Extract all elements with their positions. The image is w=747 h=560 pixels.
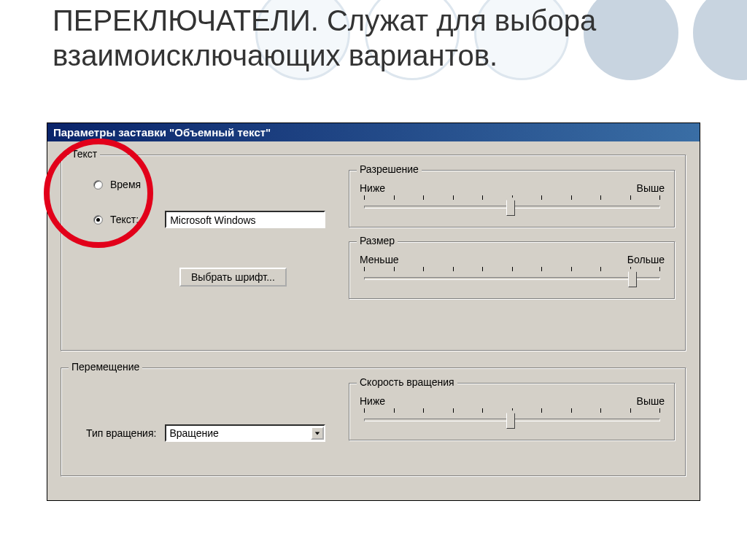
slider-speed: Скорость вращения Ниже Выше [349, 383, 676, 441]
dropdown-arrow-icon[interactable] [311, 427, 324, 440]
slider-resolution-high: Выше [637, 182, 665, 194]
radio-text[interactable] [93, 215, 103, 225]
slider-size-track[interactable] [360, 267, 665, 292]
slider-resolution-legend: Разрешение [357, 163, 422, 175]
rotation-type-select[interactable]: Вращение [165, 424, 325, 442]
slider-resolution-low: Ниже [360, 182, 385, 194]
radio-time[interactable] [93, 180, 103, 190]
choose-font-button[interactable]: Выбрать шрифт... [179, 268, 287, 287]
slider-resolution: Разрешение Ниже Выше [349, 170, 676, 228]
slider-resolution-track[interactable] [360, 195, 665, 220]
groupbox-movement-legend: Перемещение [69, 361, 142, 373]
rotation-type-value: Вращение [169, 427, 218, 439]
slider-size: Размер Меньше Больше [349, 241, 676, 300]
radio-time-label: Время [110, 179, 141, 190]
svg-marker-0 [315, 432, 320, 435]
slider-resolution-thumb[interactable] [506, 200, 515, 216]
slider-size-legend: Размер [357, 235, 398, 246]
dialog-window: Параметры заставки "Объемный текст" Текс… [47, 122, 700, 501]
groupbox-movement: Перемещение Тип вращения: Вращение Скоро… [61, 368, 686, 477]
slider-size-thumb[interactable] [628, 271, 637, 287]
slider-speed-low: Ниже [360, 395, 385, 407]
slider-size-high: Больше [627, 254, 665, 265]
slider-speed-high: Выше [637, 395, 665, 407]
slider-speed-track[interactable] [360, 408, 665, 433]
slider-speed-legend: Скорость вращения [357, 376, 457, 388]
radio-text-label: Текст: [110, 214, 139, 225]
slider-speed-thumb[interactable] [506, 413, 515, 429]
slider-size-low: Меньше [360, 254, 399, 265]
slide-title: ПЕРЕКЛЮЧАТЕЛИ. Служат для выбора взаимои… [0, 0, 747, 73]
dialog-titlebar[interactable]: Параметры заставки "Объемный текст" [47, 123, 700, 141]
groupbox-text-legend: Текст [69, 148, 100, 160]
groupbox-text: Текст Время Текст: Microsoft Windows Выб… [61, 155, 686, 351]
text-input[interactable]: Microsoft Windows [165, 211, 325, 228]
rotation-type-label: Тип вращения: [86, 427, 156, 439]
